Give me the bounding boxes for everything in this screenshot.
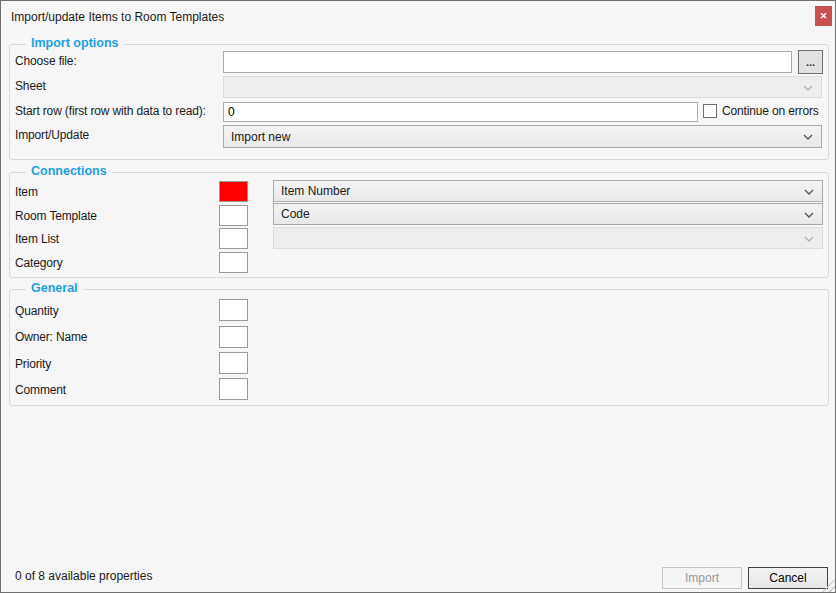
- comment-color-swatch[interactable]: [219, 378, 248, 400]
- import-update-combo-value: Import new: [231, 130, 290, 144]
- item-combo-value: Item Number: [281, 184, 350, 198]
- owner-name-color-swatch[interactable]: [219, 326, 248, 348]
- category-label: Category: [15, 256, 63, 270]
- cancel-button[interactable]: Cancel: [748, 567, 828, 589]
- chevron-down-icon: [804, 236, 814, 242]
- chevron-down-icon: [804, 212, 814, 218]
- start-row-input[interactable]: [223, 102, 698, 122]
- group-connections-title: Connections: [26, 164, 112, 178]
- item-label: Item: [15, 185, 38, 199]
- import-button: Import: [662, 567, 742, 589]
- item-list-combo: [273, 227, 823, 249]
- close-icon: ✕: [820, 11, 828, 21]
- group-general-title: General: [26, 281, 83, 295]
- room-template-color-swatch[interactable]: [219, 205, 248, 226]
- item-list-color-swatch[interactable]: [219, 228, 248, 249]
- item-combo[interactable]: Item Number: [273, 180, 823, 202]
- window-title: Import/update Items to Room Templates: [11, 10, 224, 24]
- status-text: 0 of 8 available properties: [15, 569, 152, 583]
- sheet-label: Sheet: [15, 79, 46, 93]
- import-update-label: Import/Update: [15, 128, 89, 142]
- sheet-combo: [223, 76, 822, 98]
- quantity-label: Quantity: [15, 304, 59, 318]
- room-template-combo[interactable]: Code: [273, 203, 823, 225]
- priority-label: Priority: [15, 357, 51, 371]
- chevron-down-icon: [804, 189, 814, 195]
- group-import-options-title: Import options: [26, 36, 124, 50]
- item-list-label: Item List: [15, 232, 59, 246]
- choose-file-input[interactable]: [223, 51, 792, 73]
- category-color-swatch[interactable]: [219, 252, 248, 273]
- quantity-color-swatch[interactable]: [219, 299, 248, 321]
- chevron-down-icon: [803, 134, 813, 140]
- item-color-swatch[interactable]: [219, 181, 248, 202]
- browse-button[interactable]: ...: [798, 50, 823, 74]
- owner-name-label: Owner: Name: [15, 330, 87, 344]
- continue-on-errors-checkbox[interactable]: [703, 104, 717, 118]
- room-template-label: Room Template: [15, 209, 97, 223]
- import-update-combo[interactable]: Import new: [223, 125, 822, 148]
- group-general: General: [9, 289, 829, 406]
- continue-on-errors-label: Continue on errors: [722, 104, 819, 118]
- priority-color-swatch[interactable]: [219, 352, 248, 374]
- dialog-window: Import/update Items to Room Templates ✕ …: [0, 0, 836, 593]
- chevron-down-icon: [803, 85, 813, 91]
- room-template-combo-value: Code: [281, 207, 310, 221]
- start-row-label: Start row (first row with data to read):: [15, 104, 206, 118]
- close-button[interactable]: ✕: [815, 6, 832, 26]
- choose-file-label: Choose file:: [15, 54, 77, 68]
- comment-label: Comment: [15, 383, 66, 397]
- title-bar: Import/update Items to Room Templates ✕: [1, 1, 835, 33]
